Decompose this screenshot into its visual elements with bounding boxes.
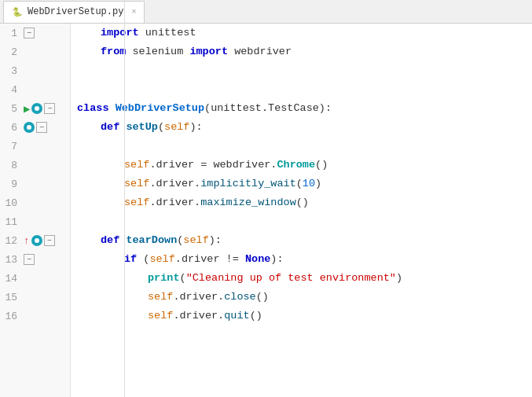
file-tab[interactable]: 🐍 WebDriverSetup.py × <box>3 1 145 23</box>
token: quit <box>224 307 249 325</box>
code-line <box>71 137 532 156</box>
token: () <box>315 156 328 175</box>
token: self <box>148 307 173 325</box>
code-line: from selenium import webdriver <box>71 42 532 61</box>
token: self <box>183 231 208 250</box>
token: self <box>124 175 149 193</box>
token: .driver. <box>173 288 224 307</box>
gutter-row: 7 <box>0 137 70 156</box>
token: tearDown <box>126 231 177 250</box>
code-line: print("Cleaning up of test environment") <box>71 269 532 288</box>
line-number: 13 <box>0 254 24 266</box>
token: "Cleaning up of test environment" <box>186 269 396 288</box>
line-number: 11 <box>0 216 24 228</box>
token: Chrome <box>277 156 315 175</box>
token: def <box>101 231 119 250</box>
gutter-row: 5▶− <box>0 99 70 118</box>
token <box>109 99 116 118</box>
debug-button[interactable] <box>31 235 42 246</box>
token: None <box>245 250 270 269</box>
code-line: self.driver.quit() <box>71 307 532 325</box>
gutter-row: 10 <box>0 193 70 212</box>
token: .driver = webdriver. <box>149 156 277 175</box>
line-number: 1 <box>0 28 24 39</box>
code-line: if (self.driver != None): <box>71 250 532 269</box>
token: self <box>149 250 174 269</box>
line-number: 7 <box>0 141 24 153</box>
line-number: 15 <box>0 292 24 303</box>
code-line: def tearDown(self): <box>71 231 532 250</box>
token: () <box>296 193 309 212</box>
token: self <box>124 156 149 175</box>
token: def <box>101 118 119 137</box>
token: 10 <box>303 175 315 193</box>
line-number: 14 <box>0 273 24 285</box>
code-line: self.driver.maximize_window() <box>71 193 532 212</box>
fold-button[interactable]: − <box>24 254 35 265</box>
line-number: 8 <box>0 160 24 171</box>
debug-button[interactable] <box>31 103 42 114</box>
code-line <box>71 80 532 99</box>
token: close <box>224 288 256 307</box>
code-line: self.driver = webdriver.Chrome() <box>71 156 532 175</box>
gutter-row: 15 <box>0 288 70 307</box>
token: selenium <box>126 42 189 61</box>
code-line: def setUp(self): <box>71 118 532 137</box>
token: ): <box>270 250 283 269</box>
code-line: self.driver.implicitly_wait(10) <box>71 175 532 193</box>
fold-button[interactable]: − <box>24 28 35 39</box>
gutter-row: 14 <box>0 269 70 288</box>
line-controls: ↑− <box>24 235 70 247</box>
token: ( <box>296 175 303 193</box>
token: ( <box>177 231 183 250</box>
run-up-indicator: ↑ <box>24 235 30 247</box>
gutter-row: 11 <box>0 212 70 231</box>
tab-bar: 🐍 WebDriverSetup.py × <box>0 0 532 24</box>
debug-button[interactable] <box>24 122 35 133</box>
gutter-row: 4 <box>0 80 70 99</box>
tab-filename: WebDriverSetup.py <box>28 6 123 17</box>
gutter-row: 16 <box>0 307 70 325</box>
gutter-row: 13− <box>0 250 70 269</box>
code-area[interactable]: import unittestfrom selenium import webd… <box>71 24 532 397</box>
token: import <box>101 24 139 42</box>
gutter: 1−2345▶−6−789101112↑−13−141516 <box>0 24 71 397</box>
gutter-row: 2 <box>0 42 70 61</box>
code-line <box>71 212 532 231</box>
token: class <box>77 99 109 118</box>
line-number: 2 <box>0 46 24 58</box>
token: () <box>250 307 262 325</box>
line-controls: − <box>24 254 70 265</box>
line-controls: − <box>24 122 70 133</box>
gutter-row: 8 <box>0 156 70 175</box>
tab-close-icon[interactable]: × <box>131 8 136 17</box>
token: self <box>124 193 149 212</box>
token: (unittest.TestCase): <box>204 99 332 118</box>
token: print <box>148 269 180 288</box>
token: .driver != <box>175 250 245 269</box>
line-number: 16 <box>0 311 24 322</box>
fold-button[interactable]: − <box>44 103 55 114</box>
token: ) <box>315 175 321 193</box>
token: () <box>256 288 269 307</box>
token: self <box>164 118 189 137</box>
line-controls: ▶− <box>24 102 70 116</box>
run-button[interactable]: ▶ <box>24 102 30 116</box>
token: import <box>189 42 228 61</box>
line-number: 5 <box>0 103 24 115</box>
token: WebDriverSetup <box>116 99 204 118</box>
token: self <box>148 288 173 307</box>
token: ): <box>209 231 222 250</box>
token: implicitly_wait <box>200 175 296 193</box>
token: unittest <box>139 24 196 42</box>
line-controls: − <box>24 28 70 39</box>
gutter-row: 12↑− <box>0 231 70 250</box>
python-icon: 🐍 <box>12 7 23 17</box>
fold-button[interactable]: − <box>44 235 55 246</box>
code-line: class WebDriverSetup(unittest.TestCase): <box>71 99 532 118</box>
gutter-row: 1− <box>0 24 70 42</box>
line-number: 4 <box>0 84 24 96</box>
fold-button[interactable]: − <box>36 122 47 133</box>
gutter-row: 3 <box>0 61 70 80</box>
token: ) <box>396 269 402 288</box>
